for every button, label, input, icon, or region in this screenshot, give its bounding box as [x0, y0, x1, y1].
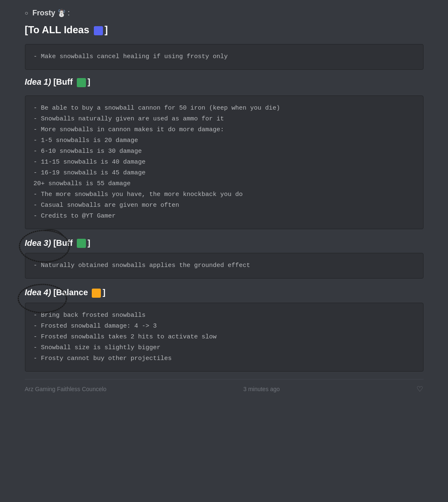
frosty-name: Frosty — [32, 9, 55, 17]
idea3-tag-prefix: [Buff — [53, 238, 75, 247]
idea4-yellow-box — [92, 289, 101, 298]
idea4-item-2: - Frosted snowball damage: 4 -> 3 — [34, 321, 415, 331]
idea1-item-2: - Snowballs naturally given are used as … — [34, 114, 415, 124]
idea4-item-5: - Frosty cannot buy other projectiles — [34, 354, 415, 364]
blue-color-box — [94, 26, 103, 35]
idea4-block: - Bring back frosted snowballs - Frosted… — [25, 303, 424, 372]
bullet-point: ○ — [25, 10, 28, 16]
idea4-tag-suffix: ] — [103, 288, 105, 297]
idea3-header-wrapper: Idea 3) [Buff ] — [25, 237, 91, 248]
idea1-label: Idea 1) — [25, 77, 51, 86]
idea1-header: Idea 1) [Buff ] — [25, 77, 424, 87]
all-ideas-label: [To ALL Ideas — [25, 24, 92, 35]
footer-bar: Arz Gaming Faithless Councelo 3 minutes … — [25, 379, 424, 399]
heart-icon[interactable]: ♡ — [416, 384, 423, 394]
all-ideas-block: - Make snowballs cancel healing if using… — [25, 44, 424, 70]
frosty-colon: : — [68, 9, 70, 17]
idea1-item-5: - 6-10 snowballs is 30 damage — [34, 147, 415, 157]
idea3-label: Idea 3) — [25, 238, 51, 247]
idea1-item-9: - The more snowballs you have, the more … — [34, 190, 415, 200]
idea3-header: Idea 3) [Buff ] — [25, 238, 91, 248]
idea4-tag-prefix: [Balance — [53, 288, 90, 297]
idea1-item-4: - 1-5 snowballs is 20 damage — [34, 136, 415, 146]
idea4-item-1: - Bring back frosted snowballs — [34, 311, 415, 321]
idea1-item-11: - Credits to @YT Gamer — [34, 211, 415, 221]
idea1-item-7: - 16-19 snowballs is 45 damage — [34, 168, 415, 178]
idea1-tag-suffix: ] — [88, 77, 91, 86]
idea1-item-6: - 11-15 snowballs is 40 damage — [34, 157, 415, 167]
snowman-emoji: ☃️ — [57, 8, 66, 17]
idea4-header-wrapper: Idea 4) [Balance ] — [25, 286, 106, 298]
idea3-block: - Naturally obtained snowballs applies t… — [25, 253, 424, 279]
frosty-header: ○ Frosty ☃️ : — [25, 8, 424, 17]
idea3-tag-suffix: ] — [88, 238, 91, 247]
idea1-item-10: - Casual snowballs are given more often — [34, 201, 415, 211]
idea1-item-8: 20+ snowballs is 55 damage — [34, 179, 415, 189]
idea3-green-box — [77, 239, 86, 248]
footer-timestamp: 3 minutes ago — [243, 386, 280, 392]
idea1-tag-prefix: [Buff — [53, 77, 75, 86]
idea4-header: Idea 4) [Balance ] — [25, 288, 106, 298]
idea1-block: - Be able to buy a snowball cannon for 5… — [25, 96, 424, 229]
idea3-item-1: - Naturally obtained snowballs applies t… — [34, 261, 415, 271]
idea4-item-3: - Frosted snowballs takes 2 hits to acti… — [34, 332, 415, 342]
idea1-item-3: - More snowballs in cannon makes it do m… — [34, 125, 415, 135]
idea4-item-4: - Snowball size is slightly bigger — [34, 343, 415, 353]
idea4-label: Idea 4) — [25, 288, 51, 297]
all-ideas-bracket-close: ] — [105, 24, 108, 35]
idea1-item-1: - Be able to buy a snowball cannon for 5… — [34, 103, 415, 113]
idea1-green-box — [77, 78, 86, 87]
footer-authors: Arz Gaming Faithless Councelo — [25, 386, 107, 392]
all-ideas-header: [To ALL Ideas ] — [25, 24, 424, 36]
all-ideas-item-1: - Make snowballs cancel healing if using… — [34, 52, 415, 62]
